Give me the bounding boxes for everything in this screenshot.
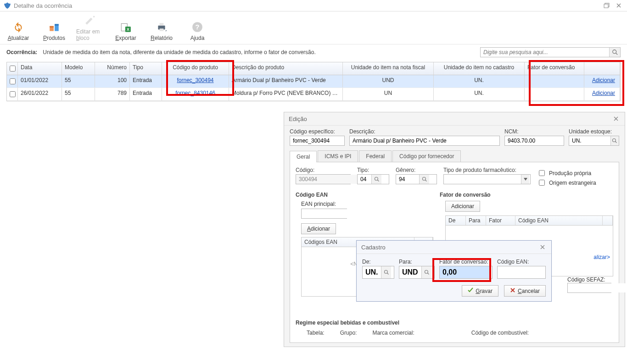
refresh-icon (12, 21, 25, 33)
label: Código EAN: (497, 259, 546, 265)
search-button[interactable] (609, 48, 620, 57)
lookup-button[interactable] (371, 175, 381, 184)
grid-header[interactable]: Unidade do item no cadastro (434, 62, 525, 75)
cell-tipo: Entrada (130, 88, 162, 100)
label: Grupo: (340, 330, 357, 336)
label: EAN principal: (301, 201, 336, 207)
label: Código de combustível: (471, 330, 529, 336)
grid-header[interactable]: Tipo (130, 62, 162, 75)
codigo-ean-input[interactable] (498, 266, 545, 278)
grid-header[interactable]: Data (18, 62, 62, 75)
occurrence-label: Ocorrência: (6, 49, 37, 55)
grid-header[interactable]: Modelo (62, 62, 95, 75)
grid-header[interactable]: Número (95, 62, 130, 75)
codigo-sefaz-input[interactable] (568, 283, 627, 292)
produto-farmaceutico-select[interactable] (444, 175, 521, 184)
cancel-icon (510, 288, 515, 294)
unidade-estoque-input[interactable] (569, 136, 610, 145)
row-checkbox[interactable] (10, 78, 16, 84)
lookup-button[interactable] (419, 175, 429, 184)
svg-line-18 (616, 142, 617, 143)
lookup-button[interactable] (610, 136, 619, 145)
toolbar-label: Produtos (43, 35, 65, 41)
svg-point-29 (425, 270, 428, 274)
editor-close-button[interactable] (612, 115, 620, 122)
tab-icms-ipi[interactable]: ICMS e IPI (318, 150, 358, 162)
lookup-button[interactable] (381, 266, 391, 278)
adicionar-link[interactable]: Adicionar (592, 90, 615, 96)
search-box (480, 47, 621, 57)
svg-line-20 (377, 180, 379, 182)
grid-header[interactable]: Código do produto (162, 62, 229, 75)
cell-und-nota: UN (343, 88, 434, 100)
edit-icon (84, 14, 96, 27)
modal-close-button[interactable] (538, 243, 547, 251)
genero-input[interactable] (396, 175, 419, 184)
atualizar-button[interactable]: Atualizar (5, 21, 32, 41)
cell-numero: 789 (95, 88, 130, 100)
occurrence-grid: Data Modelo Número Tipo Código do produt… (6, 62, 621, 101)
close-icon (540, 244, 545, 250)
descricao-input[interactable] (350, 136, 499, 145)
table-row[interactable]: 01/01/2022 55 100 Entrada fornec_300494 … (7, 75, 620, 88)
tab-codigo-fornec[interactable]: Código por fornecedor (392, 150, 461, 162)
search-input[interactable] (481, 48, 609, 57)
product-code-link[interactable]: fornec_300494 (177, 77, 213, 83)
cell-fator (525, 75, 584, 88)
grid-header[interactable]: Descrição do produto (229, 62, 343, 75)
label: Código específico: (290, 128, 345, 135)
svg-rect-1 (604, 4, 608, 8)
para-input[interactable] (399, 266, 421, 278)
label: Tipo: (357, 167, 389, 173)
table-row[interactable]: 26/01/2022 55 789 Entrada fornec_8430146… (7, 88, 620, 101)
group-title: Fator de conversão (440, 192, 613, 198)
grid-header[interactable]: Unidade do item na nota fiscal (343, 62, 434, 75)
origem-estrangeira-checkbox[interactable] (539, 180, 545, 186)
svg-point-27 (384, 270, 387, 274)
product-code-link[interactable]: fornec_8430146 (175, 90, 215, 96)
titlebar: Detalhe da ocorrência (0, 0, 627, 11)
tab-geral[interactable]: Geral (290, 151, 317, 162)
grid-header[interactable]: Fator de conversão (525, 62, 584, 75)
producao-propria-checkbox[interactable] (539, 170, 545, 176)
cell-data: 26/01/2022 (18, 88, 62, 100)
adicionar-fator-button[interactable]: Adicionar (445, 201, 480, 212)
svg-point-19 (375, 177, 378, 181)
cell-desc: Moldura p/ Forro PVC (NEVE BRANCO) c/ 6 (229, 88, 343, 100)
cell-numero: 100 (95, 75, 130, 88)
label: Unidade estoque: (569, 128, 619, 135)
label: Para: (399, 259, 435, 265)
lookup-button[interactable] (421, 266, 431, 278)
svg-line-16 (616, 53, 617, 55)
adicionar-link[interactable]: Adicionar (592, 77, 615, 83)
toolbar-label: Relatório (151, 35, 173, 41)
cancelar-button[interactable]: Cancelar (504, 285, 546, 297)
modal-title: Cadastro (361, 244, 538, 251)
peek-text: alizar> (593, 254, 610, 260)
gravar-button[interactable]: Gravar (462, 285, 498, 297)
subgrid-header: De (446, 216, 466, 225)
relatorio-button[interactable]: Relatório (148, 21, 175, 41)
tipo-input[interactable] (358, 175, 371, 184)
produtos-button[interactable]: Produtos (40, 21, 68, 41)
modal-titlebar: Cadastro (357, 241, 551, 254)
fator-conversao-input[interactable] (440, 266, 491, 278)
row-checkbox[interactable] (10, 91, 16, 97)
de-input[interactable] (363, 266, 381, 278)
svg-rect-11 (160, 28, 164, 31)
svg-rect-10 (160, 23, 164, 25)
adicionar-ean-button[interactable]: Adicionar (301, 223, 336, 234)
grid-checkbox-header[interactable] (7, 62, 18, 75)
toolbar-label: Exportar (115, 35, 136, 41)
cell-und-cad: UN. (434, 75, 525, 88)
svg-marker-12 (165, 30, 167, 31)
codigo-especifico-input[interactable] (290, 136, 344, 145)
dropdown-button[interactable] (521, 175, 529, 184)
ncm-input[interactable] (505, 136, 564, 145)
restore-button[interactable] (602, 2, 611, 9)
tab-federal[interactable]: Federal (359, 150, 392, 162)
exportar-button[interactable]: X Exportar (112, 21, 140, 41)
ean-principal-input[interactable] (302, 209, 376, 218)
ajuda-button[interactable]: ? Ajuda (184, 21, 211, 41)
close-button[interactable] (614, 2, 623, 9)
